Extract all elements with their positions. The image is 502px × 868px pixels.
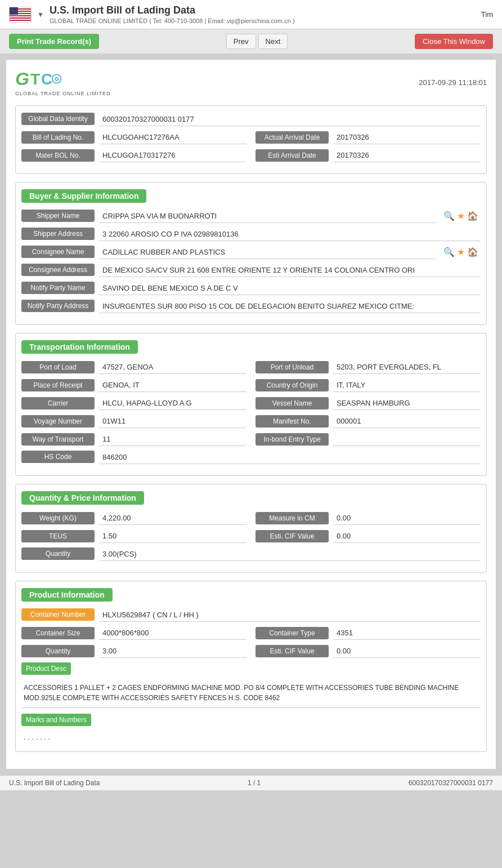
- receipt-origin-row: Place of Receipt GENOA, IT Country of Or…: [21, 379, 481, 392]
- port-of-load-value: 47527, GENOA: [99, 360, 246, 374]
- measure-in-cm-value: 0.00: [333, 511, 481, 525]
- action-bar-left: Print Trade Record(s): [9, 34, 99, 49]
- esti-arrival-date-label: Esti Arrival Date: [256, 149, 329, 162]
- product-desc-label: Product Desc: [21, 662, 71, 675]
- footer-center: 1 / 1: [248, 779, 261, 787]
- shipper-address-value: 3 22060 AROSIO CO P IVA 02989810136: [99, 228, 481, 241]
- prev-button[interactable]: Prev: [226, 34, 256, 49]
- port-of-unload-label: Port of Unload: [256, 361, 329, 373]
- shipper-address-label: Shipper Address: [21, 228, 95, 240]
- hs-code-label: HS Code: [21, 451, 95, 463]
- way-of-transport-value: 11: [99, 433, 246, 446]
- actual-arrival-date-value: 20170326: [333, 131, 481, 144]
- quantity-row: Quantity 3.00(PCS): [21, 547, 481, 561]
- buyer-supplier-box: Buyer & Supplier Information Shipper Nam…: [15, 182, 487, 325]
- way-of-transport-label: Way of Transport: [21, 433, 95, 446]
- container-size-type-row: Container Size 4000*806*800 Container Ty…: [21, 626, 481, 640]
- global-data-identity-value: 600320170327000031 0177: [99, 113, 481, 126]
- flag-dropdown-button[interactable]: ▼: [37, 11, 44, 19]
- product-esti-cif-value: 0.00: [333, 644, 481, 658]
- footer-left: U.S. Import Bill of Lading Data: [9, 779, 100, 787]
- product-esti-cif-label: Esti. CIF Value: [256, 645, 329, 657]
- consignee-home-icon[interactable]: 🏠: [467, 247, 478, 257]
- close-button[interactable]: Close This Window: [415, 34, 493, 49]
- transportation-box: Transportation Information Port of Load …: [15, 333, 487, 476]
- action-bar-right: Close This Window: [415, 34, 493, 49]
- container-number-value: HLXU5629847 ( CN / L / HH ): [99, 608, 481, 622]
- product-info-title: Product Information: [21, 588, 113, 602]
- port-of-load-label: Port of Load: [21, 361, 95, 373]
- voyage-number-value: 01W11: [99, 415, 246, 428]
- vessel-name-value: SEASPAN HAMBURG: [333, 397, 481, 410]
- esti-arrival-date-value: 20170326: [333, 149, 481, 162]
- logo-arc: ⦾: [51, 72, 61, 87]
- actual-arrival-date-label: Actual Arrival Date: [256, 131, 329, 144]
- app-title: U.S. Import Bill of Lading Data: [50, 5, 295, 16]
- logo-subtitle: GLOBAL TRADE ONLINE LIMITED: [15, 91, 111, 96]
- main-content: G T C ⦾ GLOBAL TRADE ONLINE LIMITED 2017…: [6, 59, 496, 769]
- marks-numbers-label: Marks and Numbers: [21, 714, 91, 726]
- user-name: Tim: [481, 10, 493, 19]
- quantity-value: 3.00(PCS): [99, 547, 481, 561]
- consignee-name-row: Consignee Name CADILLAC RUBBER AND PLAST…: [21, 246, 481, 259]
- top-bar-left: ▼ U.S. Import Bill of Lading Data GLOBAL…: [9, 5, 295, 24]
- logo-g-letter: G: [15, 69, 29, 90]
- consignee-star-icon[interactable]: ★: [457, 247, 465, 257]
- voyage-number-label: Voyage Number: [21, 415, 95, 428]
- search-icon[interactable]: 🔍: [443, 211, 455, 221]
- master-bol-row: Mater BOL No. HLCUGOA170317276 Esti Arri…: [21, 149, 481, 162]
- bill-of-lading-value: HLCUGOAHC17276AA: [99, 131, 246, 144]
- logo-area: G T C ⦾ GLOBAL TRADE ONLINE LIMITED: [15, 69, 111, 96]
- marks-numbers-section: Marks and Numbers: [21, 714, 481, 726]
- notify-party-address-label: Notify Party Address: [21, 300, 95, 312]
- notify-party-name-value: SAVINO DEL BENE MEXICO S A DE C V: [99, 282, 481, 295]
- weight-kg-value: 4,220.00: [99, 511, 246, 525]
- quantity-price-title: Quantity & Price Information: [21, 491, 144, 505]
- weight-kg-label: Weight (KG): [21, 512, 95, 524]
- container-number-row: Container Number HLXU5629847 ( CN / L / …: [21, 608, 481, 622]
- notify-party-address-row: Notify Party Address INSURGENTES SUR 800…: [21, 300, 481, 313]
- star-icon[interactable]: ★: [457, 211, 465, 221]
- carrier-label: Carrier: [21, 397, 95, 409]
- container-number-label: Container Number: [21, 608, 95, 621]
- action-bar: Print Trade Record(s) Prev Next Close Th…: [0, 29, 502, 54]
- notify-party-name-row: Notify Party Name SAVINO DEL BENE MEXICO…: [21, 282, 481, 295]
- container-type-label: Container Type: [256, 627, 329, 639]
- container-size-label: Container Size: [21, 627, 95, 639]
- measure-in-cm-label: Measure in CM: [256, 512, 329, 524]
- next-button[interactable]: Next: [258, 34, 288, 49]
- port-of-unload-value: 5203, PORT EVERGLADES, FL: [333, 360, 481, 374]
- notify-party-name-label: Notify Party Name: [21, 282, 95, 294]
- hs-code-row: HS Code 846200: [21, 451, 481, 464]
- place-of-receipt-value: GENOA, IT: [99, 379, 246, 392]
- product-desc-text: ACCESSORIES 1 PALLET + 2 CAGES ENDFORMIN…: [21, 678, 481, 708]
- master-bol-label: Mater BOL No.: [21, 149, 95, 162]
- carrier-value: HLCU, HAPAG-LLOYD A G: [99, 397, 246, 410]
- voyage-manifest-row: Voyage Number 01W11 Manifest No. 000001: [21, 415, 481, 428]
- transportation-title: Transportation Information: [21, 340, 138, 354]
- container-type-value: 4351: [333, 626, 481, 640]
- app-subtitle: GLOBAL TRADE ONLINE LIMITED ( Tel: 400-7…: [50, 17, 295, 24]
- container-size-value: 4000*806*800: [99, 626, 246, 640]
- action-bar-center: Prev Next: [226, 34, 288, 49]
- print-button[interactable]: Print Trade Record(s): [9, 34, 99, 49]
- footer-right: 600320170327000031 0177: [409, 779, 493, 787]
- shipper-name-label: Shipper Name: [21, 210, 95, 222]
- global-info-box: Global Data Identity 600320170327000031 …: [15, 105, 487, 174]
- country-of-origin-value: IT, ITALY: [333, 379, 481, 392]
- global-data-identity-label: Global Data Identity: [21, 113, 95, 125]
- esti-cif-value-value: 0.00: [333, 529, 481, 543]
- consignee-name-value: CADILLAC RUBBER AND PLASTICS: [99, 246, 437, 259]
- home-icon[interactable]: 🏠: [467, 211, 478, 221]
- product-quantity-value: 3.00: [99, 644, 246, 658]
- teus-label: TEUS: [21, 530, 95, 542]
- consignee-address-value: DE MEXICO SA/CV SUR 21 608 ENTRE ORIENTE…: [99, 264, 481, 277]
- transport-inbond-row: Way of Transport 11 In-bond Entry Type: [21, 433, 481, 446]
- consignee-search-icon[interactable]: 🔍: [443, 247, 455, 257]
- logo-t-letter: T: [30, 70, 40, 88]
- record-date: 2017-09-29 11:18:01: [419, 78, 487, 87]
- consignee-address-row: Consignee Address DE MEXICO SA/CV SUR 21…: [21, 264, 481, 277]
- quantity-price-box: Quantity & Price Information Weight (KG)…: [15, 484, 487, 573]
- product-desc-section: Product Desc: [21, 662, 481, 675]
- teus-value: 1.50: [99, 529, 246, 543]
